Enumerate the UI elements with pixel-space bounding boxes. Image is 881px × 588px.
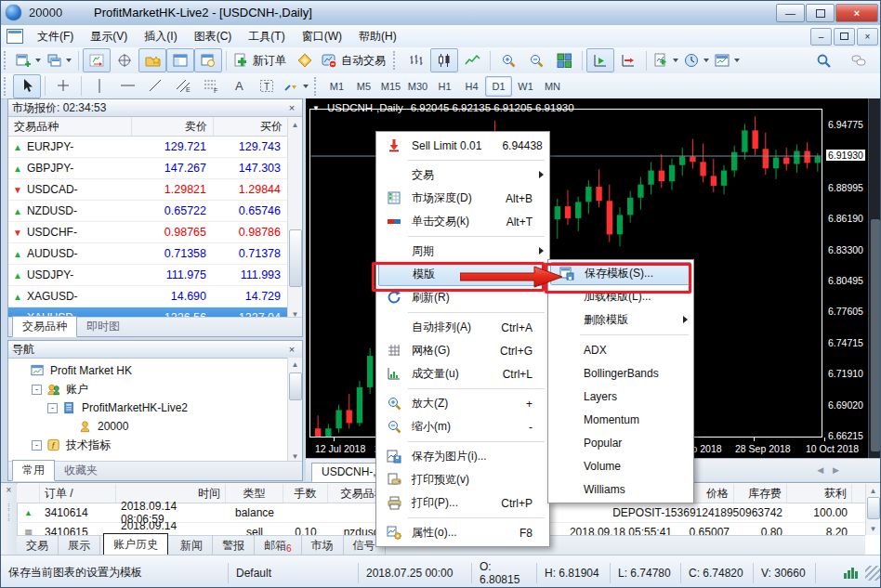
col-bid[interactable]: 卖价: [132, 117, 214, 136]
chart-window-icon[interactable]: [7, 29, 23, 44]
market-watch-scrollbar[interactable]: ▲ ▼: [287, 118, 302, 320]
tpl-volume[interactable]: Volume: [550, 454, 691, 477]
periods-clock-button[interactable]: [681, 48, 712, 72]
col-lots[interactable]: 手数: [283, 484, 328, 503]
tpl-popular[interactable]: Popular: [550, 431, 691, 454]
timeframe-m30[interactable]: M30: [404, 76, 431, 97]
child-close-button[interactable]: ×: [857, 28, 878, 46]
col-type[interactable]: 类型: [226, 484, 283, 503]
col-profit[interactable]: 获利: [787, 484, 852, 503]
tpl-layers[interactable]: Layers: [550, 385, 691, 408]
hline-button[interactable]: [113, 74, 141, 98]
crosshair-tool-button[interactable]: [49, 74, 77, 98]
terminal-tab-账户历史[interactable]: 账户历史: [103, 533, 168, 556]
collapse-icon[interactable]: -: [47, 403, 58, 413]
tree-item-技术指标[interactable]: -f技术指标: [12, 436, 302, 454]
ctx-放大-z-[interactable]: 放大(Z)+: [378, 392, 547, 415]
ctx-单击交易-k-[interactable]: 单击交易(k)Alt+T: [378, 210, 547, 233]
navigator-scrollbar[interactable]: ▲ ▼: [287, 358, 302, 463]
market-watch-row[interactable]: ▲AUDUSD-0.713580.71378: [8, 243, 302, 265]
ctx-成交量-u-[interactable]: 成交量(u)Ctrl+L: [378, 362, 547, 385]
vline-button[interactable]: [85, 74, 113, 98]
tick-chart-button[interactable]: [83, 48, 111, 72]
profiles-button[interactable]: [44, 48, 74, 72]
channel-button[interactable]: E: [169, 74, 197, 98]
market-watch-row[interactable]: ▲GBPJPY-147.267147.303: [8, 158, 302, 179]
tab-common[interactable]: 常用: [12, 460, 55, 481]
terminal-tab-展示[interactable]: 展示: [59, 535, 100, 556]
ctx-自动排列-a-[interactable]: 自动排列(A)Ctrl+A: [378, 316, 547, 339]
col-ask[interactable]: 买价: [214, 117, 288, 136]
menu-charts[interactable]: 图表(C): [186, 26, 241, 47]
favorites-button[interactable]: [138, 48, 166, 72]
autoscroll-button[interactable]: [586, 48, 614, 72]
menu-insert[interactable]: 插入(I): [136, 26, 185, 47]
market-watch-close-icon[interactable]: ×: [285, 102, 298, 113]
col-symbol[interactable]: 交易品种: [8, 117, 132, 136]
terminal-tab-新闻[interactable]: 新闻: [171, 535, 213, 556]
search-button[interactable]: [809, 48, 837, 72]
ctx-周期[interactable]: 周期: [378, 240, 547, 263]
terminal-scrollbar[interactable]: ▲ ▼: [865, 484, 880, 535]
child-restore-button[interactable]: [834, 28, 855, 46]
chart-candles-button[interactable]: [430, 48, 458, 72]
ctx-属性-o-[interactable]: 属性(o)...F8: [378, 521, 547, 544]
child-minimize-button[interactable]: –: [810, 28, 832, 46]
zoom-in-button[interactable]: [494, 48, 522, 72]
data-window-button[interactable]: [194, 48, 222, 72]
menu-help[interactable]: 帮助(H): [350, 26, 405, 47]
menu-window[interactable]: 窗口(W): [294, 26, 350, 47]
tpl-momentum[interactable]: Momentum: [550, 408, 691, 431]
zoom-out-button[interactable]: [522, 48, 550, 72]
ctx-网格-g-[interactable]: 网格(G)Ctrl+G: [378, 339, 547, 362]
menu-view[interactable]: 显示(V): [82, 26, 136, 47]
ctx-市场深度-d-[interactable]: 市场深度(D)Alt+B: [378, 187, 547, 210]
market-watch-row[interactable]: ▲USDJPY-111.975111.993: [8, 265, 302, 286]
tree-item-账户[interactable]: -账户: [12, 380, 302, 399]
terminal-tab-邮箱[interactable]: 邮箱6: [255, 535, 302, 556]
market-watch-row[interactable]: ▲XAGUSD-14.69014.729: [8, 286, 302, 307]
tab-scroll-right-icon[interactable]: ▶: [833, 465, 839, 475]
cursor-button[interactable]: [13, 74, 41, 98]
terminal-tab-警报[interactable]: 警报: [213, 535, 255, 556]
tline-button[interactable]: [141, 74, 169, 98]
chart-line-button[interactable]: [458, 48, 486, 72]
ctx-缩小-m-[interactable]: 缩小(m)-: [378, 415, 547, 438]
col-order[interactable]: 订单 /: [40, 484, 116, 503]
terminal-close-icon[interactable]: ×: [1, 483, 17, 495]
close-button[interactable]: ×: [835, 4, 878, 22]
menu-file[interactable]: 文件(F): [29, 26, 82, 47]
tile-windows-button[interactable]: [550, 48, 578, 72]
ctx-保存为图片-i-[interactable]: 保存为图片(i)...: [378, 445, 547, 468]
tab-scroll-left-icon[interactable]: ◀: [817, 465, 823, 475]
tpl-adx[interactable]: ADX: [550, 338, 691, 361]
chart-scrollbar[interactable]: [868, 98, 881, 458]
col-swap[interactable]: 库存费: [734, 484, 787, 503]
timeframe-d1[interactable]: D1: [485, 76, 512, 97]
timeframe-m5[interactable]: M5: [350, 76, 377, 97]
market-watch-row[interactable]: ▼USDCAD-1.298211.29844: [8, 179, 302, 201]
timeframe-w1[interactable]: W1: [512, 76, 539, 97]
metaeditor-button[interactable]: [291, 48, 319, 72]
collapse-icon[interactable]: -: [32, 385, 42, 395]
timeframe-m1[interactable]: M1: [323, 76, 350, 97]
new-order-button[interactable]: 新订单: [230, 48, 291, 72]
ctx-sell-limit-0-01[interactable]: Sell Limit 0.016.94438: [378, 134, 547, 157]
market-watch-row[interactable]: ▲EURJPY-129.721129.743: [8, 137, 302, 158]
navigator-close-icon[interactable]: ×: [285, 344, 298, 355]
timeframe-m15[interactable]: M15: [377, 76, 404, 97]
market-watch-row[interactable]: ▲NZDUSD-0.657220.65746: [8, 201, 302, 222]
chart-shift-button[interactable]: [614, 48, 642, 72]
templates-button[interactable]: [712, 48, 743, 72]
tree-item-profitmarkethk-live2[interactable]: -ProfitMarketHK-Live2: [12, 399, 302, 417]
market-watch-button[interactable]: [166, 48, 194, 72]
market-watch-row[interactable]: ▼USDCHF-0.987650.98786: [8, 222, 302, 243]
restore-button[interactable]: [806, 4, 835, 22]
resize-grip[interactable]: [865, 566, 880, 581]
crosshair-win-button[interactable]: [111, 48, 138, 72]
tpl-bollingerbands[interactable]: BollingerBands: [550, 361, 691, 385]
new-chart-button[interactable]: [13, 48, 44, 72]
text-a-button[interactable]: A: [225, 74, 253, 98]
ctx-打印-p-[interactable]: 打印(P)...Ctrl+P: [378, 491, 547, 515]
terminal-tab-市场[interactable]: 市场: [302, 535, 344, 556]
